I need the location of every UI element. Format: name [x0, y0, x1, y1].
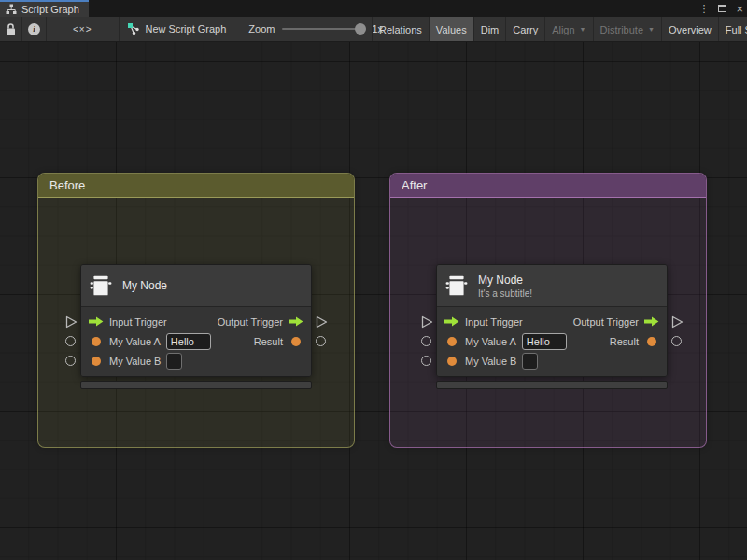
- node-header[interactable]: My Node It's a subtitle!: [437, 265, 667, 306]
- tab-script-graph[interactable]: Script Graph: [0, 0, 89, 17]
- graph-hierarchy-icon: [6, 4, 17, 15]
- align-dropdown[interactable]: Align ▼: [544, 17, 592, 42]
- port-row-triggers: Input Trigger Output Trigger: [437, 312, 667, 331]
- distribute-label: Distribute: [600, 24, 643, 35]
- external-result-after[interactable]: [671, 336, 682, 346]
- node-after[interactable]: My Node It's a subtitle! Input Trigger: [436, 264, 668, 389]
- node-body: Input Trigger Output Trigger My Value A: [81, 306, 311, 376]
- port-row-value-b: My Value B: [81, 351, 311, 371]
- value-a-port[interactable]: [89, 337, 104, 346]
- script-graph-window: Script Graph ⋮ × i <×>: [0, 0, 747, 560]
- flow-arrow-icon: [444, 316, 459, 327]
- chevron-down-icon: ▼: [580, 26, 586, 33]
- node-title: My Node: [122, 279, 167, 292]
- toolbar-toggles: Relations Values Dim Carry Align ▼ Distr…: [372, 17, 747, 42]
- node-subtitle: It's a subtitle!: [478, 288, 532, 299]
- group-title: After: [402, 178, 427, 192]
- port-row-value-a: My Value A Result: [437, 331, 667, 351]
- zoom-slider-knob[interactable]: [355, 23, 366, 35]
- align-label: Align: [552, 24, 574, 35]
- node-body: Input Trigger Output Trigger My Value A: [437, 306, 667, 376]
- result-port[interactable]: [289, 337, 303, 346]
- input-trigger-port[interactable]: [89, 316, 104, 327]
- graph-reference[interactable]: New Script Graph: [120, 17, 236, 41]
- code-preview-button[interactable]: <×>: [47, 17, 120, 41]
- value-b-input[interactable]: [166, 353, 182, 370]
- input-trigger-port[interactable]: [444, 316, 459, 327]
- code-icon: <×>: [73, 24, 92, 35]
- result-port[interactable]: [644, 337, 659, 346]
- zoom-slider[interactable]: [282, 28, 364, 30]
- input-trigger-label: Input Trigger: [109, 316, 167, 328]
- node-footer: [436, 381, 668, 389]
- external-flow-output-before[interactable]: [316, 315, 328, 329]
- value-a-label: My Value A: [465, 336, 516, 347]
- distribute-dropdown[interactable]: Distribute ▼: [593, 17, 661, 42]
- external-value-a-after[interactable]: [421, 336, 431, 346]
- node-footer: [80, 381, 312, 389]
- maximize-icon[interactable]: [718, 5, 726, 12]
- external-flow-input-before[interactable]: [65, 315, 78, 329]
- graph-canvas[interactable]: Before After: [0, 42, 747, 560]
- port-row-value-a: My Value A Result: [81, 331, 311, 351]
- tab-bar: Script Graph ⋮ ×: [0, 0, 747, 17]
- overview-button[interactable]: Overview: [661, 17, 718, 42]
- chevron-down-icon: ▼: [648, 26, 655, 33]
- value-port-icon: [92, 357, 101, 366]
- flow-arrow-icon: [89, 316, 104, 327]
- value-port-icon: [291, 337, 301, 346]
- external-value-a-before[interactable]: [65, 336, 76, 346]
- port-row-value-b: My Value B: [437, 351, 667, 371]
- value-a-label: My Value A: [109, 336, 161, 347]
- value-b-label: My Value B: [109, 356, 161, 367]
- value-a-input[interactable]: [166, 333, 211, 350]
- lock-button[interactable]: [0, 17, 22, 41]
- window-menu-icon[interactable]: ⋮: [698, 3, 709, 15]
- window-controls: ⋮ ×: [698, 0, 743, 17]
- value-a-port[interactable]: [444, 337, 459, 346]
- unit-icon: [89, 273, 113, 298]
- value-b-port[interactable]: [444, 357, 459, 366]
- group-after-header[interactable]: After: [390, 174, 706, 198]
- inspect-button[interactable]: i: [22, 17, 47, 41]
- output-trigger-label: Output Trigger: [573, 316, 639, 328]
- fullscreen-button[interactable]: Full Screen: [718, 17, 747, 42]
- zoom-label: Zoom: [248, 23, 275, 35]
- group-before-header[interactable]: Before: [38, 174, 354, 198]
- value-port-icon: [447, 357, 457, 366]
- result-label: Result: [254, 336, 283, 347]
- output-trigger-port[interactable]: [644, 316, 659, 327]
- output-trigger-port[interactable]: [289, 316, 303, 327]
- value-b-port[interactable]: [89, 357, 104, 366]
- value-port-icon: [647, 337, 656, 346]
- carry-toggle[interactable]: Carry: [505, 17, 544, 42]
- zoom-control: Zoom 1x: [235, 17, 383, 41]
- external-result-before[interactable]: [316, 336, 326, 346]
- node-before[interactable]: My Node Input Trigger Output Trigger: [80, 264, 312, 389]
- values-toggle[interactable]: Values: [429, 17, 473, 42]
- value-a-input[interactable]: [522, 333, 567, 350]
- unit-icon: [444, 273, 469, 298]
- close-icon[interactable]: ×: [736, 3, 743, 15]
- value-b-input[interactable]: [522, 353, 538, 370]
- external-flow-input-after[interactable]: [421, 315, 433, 329]
- new-graph-label: New Script Graph: [146, 23, 227, 35]
- info-icon: i: [28, 23, 40, 35]
- tab-title: Script Graph: [21, 4, 79, 15]
- node-header[interactable]: My Node: [81, 265, 311, 306]
- new-graph-icon: [127, 22, 140, 35]
- input-trigger-label: Input Trigger: [465, 316, 523, 328]
- relations-toggle[interactable]: Relations: [372, 17, 429, 42]
- flow-arrow-icon: [644, 316, 659, 327]
- external-flow-output-after[interactable]: [671, 315, 684, 329]
- external-value-b-before[interactable]: [65, 356, 76, 366]
- external-value-b-after[interactable]: [421, 356, 431, 366]
- result-label: Result: [610, 336, 639, 347]
- value-b-label: My Value B: [465, 356, 516, 367]
- group-title: Before: [49, 178, 85, 192]
- flow-arrow-icon: [289, 316, 303, 327]
- output-trigger-label: Output Trigger: [218, 316, 283, 328]
- value-port-icon: [92, 337, 101, 346]
- port-row-triggers: Input Trigger Output Trigger: [81, 312, 311, 331]
- dim-toggle[interactable]: Dim: [473, 17, 506, 42]
